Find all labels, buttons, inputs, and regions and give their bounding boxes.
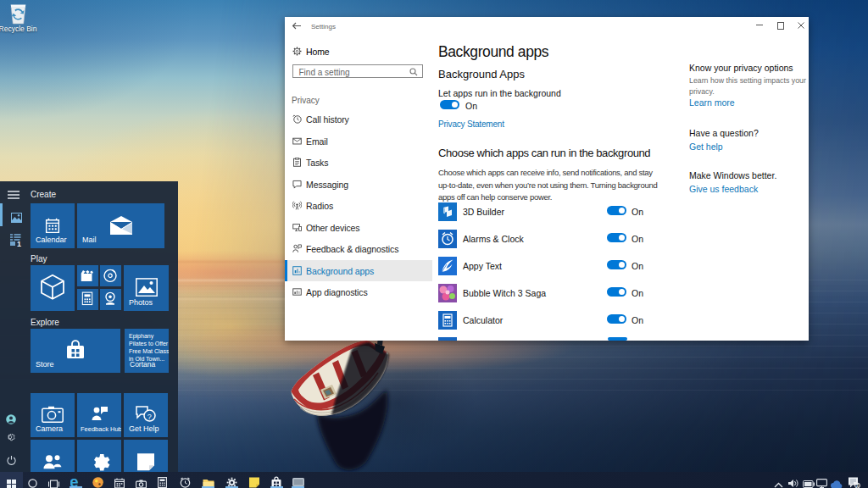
svg-text:1: 1	[17, 240, 21, 247]
svg-text:?: ?	[147, 413, 152, 421]
